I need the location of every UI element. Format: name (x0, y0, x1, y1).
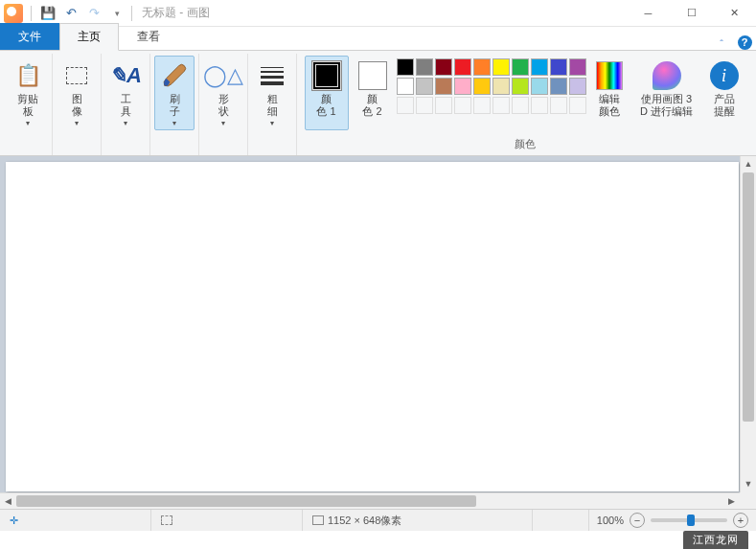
qat-divider-2 (131, 6, 132, 21)
color-swatch[interactable] (493, 78, 510, 95)
info-icon: i (709, 60, 740, 91)
color2-button[interactable]: 颜 色 2 (351, 56, 395, 130)
tools-button[interactable]: ✎A 工 具 ▾ (105, 56, 146, 130)
undo-icon[interactable]: ↶ (60, 3, 81, 24)
zoom-in-button[interactable]: + (733, 513, 748, 528)
clipboard-icon: 📋 (12, 60, 43, 91)
brushes-button[interactable]: 刷 子 ▾ (154, 56, 195, 130)
status-file-size (533, 510, 589, 531)
maximize-button[interactable]: ☐ (670, 0, 713, 27)
watermark-bar (0, 531, 756, 549)
color-swatch[interactable] (416, 58, 433, 76)
quick-access-toolbar: 💾 ↶ ↷ ▾ (37, 3, 127, 24)
clipboard-button[interactable]: 📋 剪贴 板 ▾ (8, 56, 48, 130)
product-alerts-button[interactable]: i 产品 提醒 (703, 56, 745, 130)
color-swatch[interactable] (435, 97, 452, 114)
color1-button[interactable]: 颜 色 1 (305, 56, 349, 130)
scroll-up-icon[interactable]: ▲ (741, 156, 756, 172)
color-swatch[interactable] (435, 58, 452, 76)
color-swatch[interactable] (454, 97, 471, 114)
canvas[interactable] (6, 162, 739, 492)
brush-icon (159, 60, 190, 91)
color-swatch[interactable] (531, 58, 548, 76)
color-swatch[interactable] (550, 78, 567, 95)
zoom-level-text: 100% (597, 515, 624, 526)
color-swatch[interactable] (512, 97, 529, 114)
tab-home[interactable]: 主页 (59, 23, 119, 51)
zoom-slider[interactable] (651, 518, 727, 522)
color2-swatch (357, 60, 388, 91)
group-image: 图 像 ▾ (53, 54, 102, 155)
tab-view[interactable]: 查看 (119, 23, 178, 50)
image-button[interactable]: 图 像 ▾ (57, 56, 97, 130)
palette-row (397, 58, 586, 76)
shapes-button[interactable]: ◯△ 形 状 ▾ (203, 56, 243, 130)
status-dimensions-text: 1152 × 648像素 (328, 514, 401, 528)
scroll-right-icon[interactable]: ▶ (723, 493, 740, 509)
color-swatch[interactable] (493, 58, 510, 76)
status-bar: ✛ 1152 × 648像素 100% − + (0, 509, 756, 531)
window-title: 无标题 - 画图 (142, 5, 210, 21)
palette-row (397, 97, 586, 114)
zoom-out-button[interactable]: − (630, 513, 645, 528)
color-swatch[interactable] (550, 58, 567, 76)
scroll-thumb[interactable] (743, 172, 754, 422)
color-swatch[interactable] (531, 78, 548, 95)
close-button[interactable]: ✕ (713, 0, 756, 27)
group-brushes: 刷 子 ▾ (150, 54, 199, 155)
shapes-icon: ◯△ (208, 60, 239, 91)
scroll-thumb[interactable] (16, 495, 476, 507)
color-swatch[interactable] (473, 58, 491, 76)
status-cursor-position: ✛ (0, 510, 151, 531)
tab-file[interactable]: 文件 (0, 23, 59, 50)
qat-divider (31, 6, 32, 21)
select-icon (61, 60, 92, 91)
status-selection-size (151, 510, 303, 531)
color-swatch[interactable] (473, 78, 491, 95)
collapse-ribbon-icon[interactable]: ˆ (710, 38, 733, 50)
scroll-down-icon[interactable]: ▼ (741, 476, 756, 492)
ribbon: 📋 剪贴 板 ▾ 图 像 ▾ ✎A 工 具 ▾ (0, 51, 756, 156)
help-icon[interactable]: ? (733, 33, 756, 50)
palette-row (397, 78, 586, 95)
size-button[interactable]: 粗 细 ▾ (252, 56, 292, 130)
rainbow-icon (594, 60, 625, 91)
ribbon-tabs: 文件 主页 查看 ˆ ? (0, 27, 756, 51)
color-swatch[interactable] (397, 58, 414, 76)
color-swatch[interactable] (569, 58, 586, 76)
color-swatch[interactable] (397, 78, 414, 95)
color-swatch[interactable] (493, 97, 510, 114)
group-tools: ✎A 工 具 ▾ (102, 54, 150, 155)
color-swatch[interactable] (569, 78, 586, 95)
size-icon (257, 60, 287, 91)
scroll-left-icon[interactable]: ◀ (0, 493, 16, 509)
color1-swatch (311, 60, 342, 91)
work-area: ▲ ▼ ◀ ▶ (0, 156, 756, 509)
color-swatch[interactable] (435, 78, 452, 95)
color-swatch[interactable] (531, 97, 548, 114)
horizontal-scrollbar[interactable]: ◀ ▶ (0, 492, 740, 509)
vertical-scrollbar[interactable]: ▲ ▼ (740, 156, 756, 492)
save-icon[interactable]: 💾 (37, 3, 58, 24)
minimize-button[interactable]: ─ (627, 0, 670, 27)
color-swatch[interactable] (473, 97, 491, 114)
qat-dropdown-icon[interactable]: ▾ (106, 3, 127, 24)
group-label-colors: 颜色 (515, 135, 536, 155)
watermark: 江西龙网 (683, 531, 748, 549)
edit-colors-button[interactable]: 编辑 颜色 (588, 56, 630, 130)
color-swatch[interactable] (454, 78, 471, 95)
color-swatch[interactable] (550, 97, 567, 114)
redo-icon[interactable]: ↷ (83, 3, 104, 24)
color-swatch[interactable] (512, 78, 529, 95)
group-shapes: ◯△ 形 状 ▾ (199, 54, 248, 155)
color-swatch[interactable] (454, 58, 471, 76)
crosshair-icon: ✛ (10, 515, 22, 527)
color-swatch[interactable] (416, 97, 433, 114)
color-swatch[interactable] (512, 58, 529, 76)
group-colors: 颜 色 1 颜 色 2 编辑 颜色 使用画图 3 D 进行编辑 i 产品 (297, 54, 752, 155)
paint3d-button[interactable]: 使用画图 3 D 进行编辑 (632, 56, 701, 130)
color-swatch[interactable] (397, 97, 414, 114)
color-swatch[interactable] (569, 97, 586, 114)
color-swatch[interactable] (416, 78, 433, 95)
zoom-slider-knob[interactable] (687, 515, 695, 526)
